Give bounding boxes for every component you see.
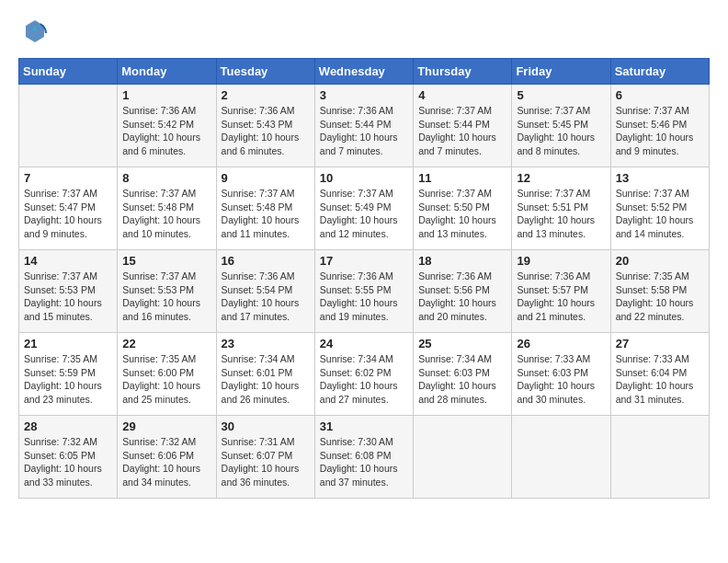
day-info: Sunrise: 7:35 AMSunset: 6:00 PMDaylight:… — [122, 352, 210, 407]
week-row-0: 1Sunrise: 7:36 AMSunset: 5:42 PMDaylight… — [19, 85, 710, 167]
calendar-cell: 8Sunrise: 7:37 AMSunset: 5:48 PMDaylight… — [118, 167, 216, 250]
calendar-cell: 29Sunrise: 7:32 AMSunset: 6:06 PMDayligh… — [118, 416, 216, 499]
day-number: 20 — [616, 254, 704, 268]
day-number: 21 — [24, 337, 112, 350]
calendar-cell: 21Sunrise: 7:35 AMSunset: 5:59 PMDayligh… — [19, 333, 118, 416]
day-number: 8 — [122, 171, 210, 185]
day-number: 7 — [24, 171, 112, 185]
day-info: Sunrise: 7:32 AMSunset: 6:06 PMDaylight:… — [122, 435, 210, 489]
day-info: Sunrise: 7:34 AMSunset: 6:03 PMDaylight:… — [418, 352, 506, 407]
calendar-cell: 10Sunrise: 7:37 AMSunset: 5:49 PMDayligh… — [314, 167, 413, 250]
day-number: 26 — [517, 337, 605, 350]
day-number: 18 — [418, 254, 506, 268]
calendar-cell: 7Sunrise: 7:37 AMSunset: 5:47 PMDaylight… — [19, 167, 118, 250]
day-number: 23 — [222, 337, 310, 350]
calendar-cell: 1Sunrise: 7:36 AMSunset: 5:42 PMDaylight… — [118, 85, 216, 167]
calendar-cell: 12Sunrise: 7:37 AMSunset: 5:51 PMDayligh… — [512, 167, 610, 250]
day-number: 5 — [517, 88, 605, 102]
calendar-cell: 13Sunrise: 7:37 AMSunset: 5:52 PMDayligh… — [610, 167, 709, 250]
day-info: Sunrise: 7:36 AMSunset: 5:43 PMDaylight:… — [222, 104, 310, 158]
day-number: 1 — [122, 88, 210, 102]
day-number: 15 — [122, 254, 210, 268]
day-number: 13 — [616, 171, 704, 185]
day-info: Sunrise: 7:37 AMSunset: 5:50 PMDaylight:… — [418, 187, 506, 241]
day-number: 30 — [222, 419, 310, 433]
day-number: 3 — [320, 88, 408, 102]
day-number: 28 — [24, 419, 112, 433]
calendar-cell: 20Sunrise: 7:35 AMSunset: 5:58 PMDayligh… — [610, 250, 709, 333]
calendar-cell: 2Sunrise: 7:36 AMSunset: 5:43 PMDaylight… — [216, 85, 314, 167]
calendar-cell: 17Sunrise: 7:36 AMSunset: 5:55 PMDayligh… — [314, 250, 413, 333]
calendar-cell: 15Sunrise: 7:37 AMSunset: 5:53 PMDayligh… — [118, 250, 216, 333]
calendar-cell: 28Sunrise: 7:32 AMSunset: 6:05 PMDayligh… — [19, 416, 118, 499]
header-sunday: Sunday — [19, 59, 118, 85]
day-info: Sunrise: 7:33 AMSunset: 6:04 PMDaylight:… — [616, 352, 704, 407]
day-info: Sunrise: 7:36 AMSunset: 5:57 PMDaylight:… — [517, 270, 605, 324]
header-saturday: Saturday — [610, 59, 709, 85]
calendar-cell: 14Sunrise: 7:37 AMSunset: 5:53 PMDayligh… — [19, 250, 118, 333]
calendar-table: SundayMondayTuesdayWednesdayThursdayFrid… — [18, 58, 710, 499]
day-info: Sunrise: 7:33 AMSunset: 6:03 PMDaylight:… — [517, 352, 605, 407]
day-info: Sunrise: 7:36 AMSunset: 5:42 PMDaylight:… — [122, 104, 210, 158]
day-info: Sunrise: 7:36 AMSunset: 5:56 PMDaylight:… — [418, 270, 506, 324]
calendar-cell: 4Sunrise: 7:37 AMSunset: 5:44 PMDaylight… — [414, 85, 512, 167]
day-info: Sunrise: 7:37 AMSunset: 5:46 PMDaylight:… — [616, 104, 704, 158]
calendar-cell: 24Sunrise: 7:34 AMSunset: 6:02 PMDayligh… — [314, 333, 413, 416]
day-info: Sunrise: 7:37 AMSunset: 5:44 PMDaylight:… — [418, 104, 506, 158]
day-number: 19 — [517, 254, 605, 268]
day-info: Sunrise: 7:34 AMSunset: 6:02 PMDaylight:… — [320, 352, 408, 407]
day-number: 17 — [320, 254, 408, 268]
header-tuesday: Tuesday — [216, 59, 314, 85]
calendar-cell: 18Sunrise: 7:36 AMSunset: 5:56 PMDayligh… — [414, 250, 512, 333]
calendar-cell — [414, 416, 512, 499]
calendar-cell: 11Sunrise: 7:37 AMSunset: 5:50 PMDayligh… — [414, 167, 512, 250]
day-number: 29 — [122, 419, 210, 433]
day-info: Sunrise: 7:37 AMSunset: 5:53 PMDaylight:… — [122, 270, 210, 324]
calendar-cell: 19Sunrise: 7:36 AMSunset: 5:57 PMDayligh… — [512, 250, 610, 333]
day-number: 31 — [320, 419, 408, 433]
day-number: 6 — [616, 88, 704, 102]
day-info: Sunrise: 7:36 AMSunset: 5:54 PMDaylight:… — [222, 270, 310, 324]
calendar-cell — [512, 416, 610, 499]
calendar-header-row: SundayMondayTuesdayWednesdayThursdayFrid… — [19, 59, 710, 85]
logo-icon — [22, 18, 48, 44]
day-info: Sunrise: 7:36 AMSunset: 5:55 PMDaylight:… — [320, 270, 408, 324]
calendar-cell: 6Sunrise: 7:37 AMSunset: 5:46 PMDaylight… — [610, 85, 709, 167]
day-number: 9 — [222, 171, 310, 185]
header — [18, 18, 710, 49]
calendar-cell: 26Sunrise: 7:33 AMSunset: 6:03 PMDayligh… — [512, 333, 610, 416]
header-friday: Friday — [512, 59, 610, 85]
calendar-cell: 25Sunrise: 7:34 AMSunset: 6:03 PMDayligh… — [414, 333, 512, 416]
calendar-cell: 9Sunrise: 7:37 AMSunset: 5:48 PMDaylight… — [216, 167, 314, 250]
logo — [18, 18, 48, 49]
day-info: Sunrise: 7:37 AMSunset: 5:45 PMDaylight:… — [517, 104, 605, 158]
calendar-cell: 23Sunrise: 7:34 AMSunset: 6:01 PMDayligh… — [216, 333, 314, 416]
day-info: Sunrise: 7:35 AMSunset: 5:58 PMDaylight:… — [616, 270, 704, 324]
day-info: Sunrise: 7:37 AMSunset: 5:48 PMDaylight:… — [122, 187, 210, 241]
day-info: Sunrise: 7:37 AMSunset: 5:48 PMDaylight:… — [222, 187, 310, 241]
calendar-cell — [19, 85, 118, 167]
calendar-cell: 22Sunrise: 7:35 AMSunset: 6:00 PMDayligh… — [118, 333, 216, 416]
calendar-cell: 5Sunrise: 7:37 AMSunset: 5:45 PMDaylight… — [512, 85, 610, 167]
header-monday: Monday — [118, 59, 216, 85]
day-number: 4 — [418, 88, 506, 102]
calendar-cell: 30Sunrise: 7:31 AMSunset: 6:07 PMDayligh… — [216, 416, 314, 499]
header-wednesday: Wednesday — [314, 59, 413, 85]
week-row-1: 7Sunrise: 7:37 AMSunset: 5:47 PMDaylight… — [19, 167, 710, 250]
day-number: 24 — [320, 337, 408, 350]
day-number: 25 — [418, 337, 506, 350]
day-info: Sunrise: 7:37 AMSunset: 5:52 PMDaylight:… — [616, 187, 704, 241]
day-info: Sunrise: 7:37 AMSunset: 5:51 PMDaylight:… — [517, 187, 605, 241]
day-info: Sunrise: 7:30 AMSunset: 6:08 PMDaylight:… — [320, 435, 408, 489]
calendar-cell: 16Sunrise: 7:36 AMSunset: 5:54 PMDayligh… — [216, 250, 314, 333]
week-row-2: 14Sunrise: 7:37 AMSunset: 5:53 PMDayligh… — [19, 250, 710, 333]
day-number: 22 — [122, 337, 210, 350]
day-number: 27 — [616, 337, 704, 350]
day-info: Sunrise: 7:36 AMSunset: 5:44 PMDaylight:… — [320, 104, 408, 158]
day-number: 14 — [24, 254, 112, 268]
calendar-cell: 27Sunrise: 7:33 AMSunset: 6:04 PMDayligh… — [610, 333, 709, 416]
day-number: 10 — [320, 171, 408, 185]
header-thursday: Thursday — [414, 59, 512, 85]
week-row-4: 28Sunrise: 7:32 AMSunset: 6:05 PMDayligh… — [19, 416, 710, 499]
day-info: Sunrise: 7:37 AMSunset: 5:47 PMDaylight:… — [24, 187, 112, 241]
